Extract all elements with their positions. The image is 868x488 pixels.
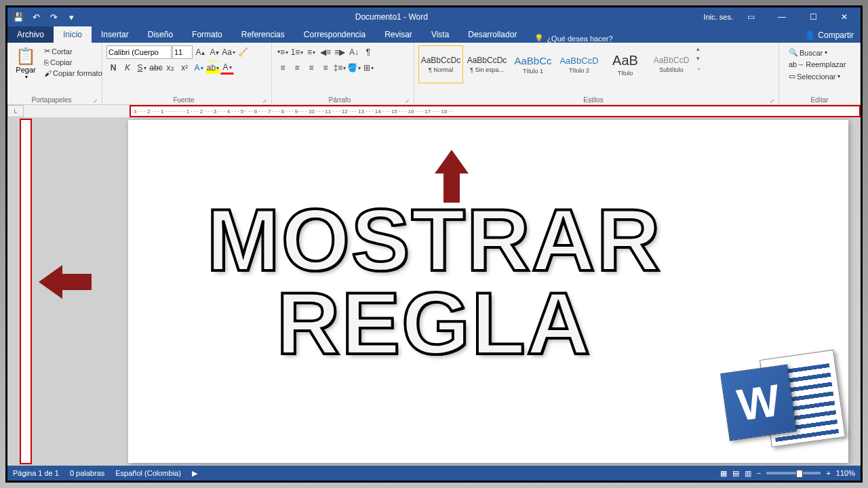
show-marks-icon[interactable]: ¶ xyxy=(361,45,375,59)
close-icon[interactable]: ✕ xyxy=(831,8,858,26)
page-indicator[interactable]: Página 1 de 1 xyxy=(13,469,59,477)
multilevel-icon[interactable]: ≡▾ xyxy=(304,45,318,59)
save-icon[interactable]: 💾 xyxy=(10,9,26,24)
zoom-out-button[interactable]: − xyxy=(757,469,761,477)
style--normal[interactable]: AaBbCcDc¶ Normal xyxy=(418,45,463,83)
format-painter-button[interactable]: 🖌 Copiar formato xyxy=(41,68,105,79)
subscript-icon[interactable]: x₂ xyxy=(163,61,177,75)
change-case-icon[interactable]: Aa▾ xyxy=(222,45,235,59)
tab-correspondencia[interactable]: Correspondencia xyxy=(294,26,375,43)
signin-link[interactable]: Inic. ses. xyxy=(704,13,733,21)
tab-vista[interactable]: Vista xyxy=(422,26,458,43)
font-size-select[interactable] xyxy=(172,45,193,59)
font-name-select[interactable] xyxy=(106,45,172,59)
align-left-icon[interactable]: ≡ xyxy=(276,61,290,75)
read-mode-icon[interactable]: ▦ xyxy=(720,469,727,478)
tab-diseno[interactable]: Diseño xyxy=(138,26,182,43)
select-button[interactable]: ▭ Seleccionar ▾ xyxy=(786,70,849,82)
clear-format-icon[interactable]: 🧹 xyxy=(236,45,250,59)
minimize-icon[interactable]: — xyxy=(768,8,795,26)
style--sin-espa-[interactable]: AaBbCcDc¶ Sin espa... xyxy=(465,45,509,83)
document-title: Documento1 - Word xyxy=(79,12,704,22)
word-window: 💾 ↶ ↷ ▾ Documento1 - Word Inic. ses. ▭ —… xyxy=(5,5,863,483)
macro-icon[interactable]: ▶ xyxy=(192,469,197,478)
styles-more-icon[interactable]: ⌄ xyxy=(696,64,706,71)
tutorial-title: MOSTRAR REGLA xyxy=(206,198,661,365)
word-logo: W xyxy=(718,344,846,461)
styles-down-icon[interactable]: ▾ xyxy=(696,55,706,62)
tab-inicio[interactable]: Inicio xyxy=(54,26,92,43)
ruler-horizontal-area: L 3 · · · 2 · · · 1 · · · · · · · 1 · · … xyxy=(7,105,861,117)
text-effects-icon[interactable]: A▾ xyxy=(192,61,205,75)
decrease-indent-icon[interactable]: ◀≡ xyxy=(319,45,332,59)
tab-selector[interactable]: L xyxy=(7,105,24,117)
group-portapapeles: 📋 Pegar ▾ ✂ Cortar ⎘ Copiar 🖌 Copiar for… xyxy=(7,43,102,104)
share-button[interactable]: 👤 Compartir xyxy=(798,28,861,43)
bullets-icon[interactable]: •≡▾ xyxy=(276,45,290,59)
clipboard-icon: 📋 xyxy=(16,47,36,66)
tell-me-search[interactable]: 💡 ¿Qué desea hacer? xyxy=(526,34,798,43)
numbering-icon[interactable]: 1≡▾ xyxy=(290,45,304,59)
dialog-launcher-icon[interactable]: ⤢ xyxy=(93,98,98,104)
dialog-launcher-icon[interactable]: ⤢ xyxy=(770,98,774,104)
bold-icon[interactable]: N xyxy=(106,61,120,75)
superscript-icon[interactable]: x² xyxy=(178,61,191,75)
print-layout-icon[interactable]: ▤ xyxy=(732,469,739,478)
replace-button[interactable]: ab→ Reemplazar xyxy=(786,59,849,70)
dialog-launcher-icon[interactable]: ⤢ xyxy=(262,98,267,104)
style-t-tulo-1[interactable]: AaBbCcTítulo 1 xyxy=(511,45,555,83)
arrow-left-annotation xyxy=(39,265,93,299)
zoom-in-button[interactable]: + xyxy=(826,469,830,477)
tab-formato[interactable]: Formato xyxy=(182,26,232,43)
tab-insertar[interactable]: Insertar xyxy=(92,26,138,43)
align-center-icon[interactable]: ≡ xyxy=(290,61,304,75)
align-right-icon[interactable]: ≡ xyxy=(304,61,318,75)
shading-icon[interactable]: 🪣▾ xyxy=(347,61,361,75)
highlight-icon[interactable]: ab▾ xyxy=(206,61,220,75)
undo-icon[interactable]: ↶ xyxy=(28,9,44,24)
justify-icon[interactable]: ≡ xyxy=(319,61,332,75)
qat-customize-icon[interactable]: ▾ xyxy=(63,9,79,24)
zoom-slider[interactable] xyxy=(766,472,821,474)
dialog-launcher-icon[interactable]: ⤢ xyxy=(405,98,410,104)
tab-revisar[interactable]: Revisar xyxy=(375,26,422,43)
quick-access-toolbar: 💾 ↶ ↷ ▾ xyxy=(10,9,79,24)
group-editar: 🔍 Buscar ▾ ab→ Reemplazar ▭ Seleccionar … xyxy=(779,43,861,104)
titlebar: 💾 ↶ ↷ ▾ Documento1 - Word Inic. ses. ▭ —… xyxy=(7,7,861,26)
group-estilos: AaBbCcDc¶ NormalAaBbCcDc¶ Sin espa...AaB… xyxy=(414,43,779,104)
strikethrough-icon[interactable]: abc xyxy=(149,61,163,75)
ribbon-display-icon[interactable]: ▭ xyxy=(737,8,764,26)
tab-archivo[interactable]: Archivo xyxy=(7,26,54,43)
paste-button[interactable]: 📋 Pegar ▾ xyxy=(12,45,40,81)
grow-font-icon[interactable]: A▴ xyxy=(193,45,207,59)
sort-icon[interactable]: A↓ xyxy=(347,45,361,59)
statusbar: Página 1 de 1 0 palabras Español (Colomb… xyxy=(7,466,861,481)
style-subt-tulo[interactable]: AaBbCcDSubtítulo xyxy=(649,45,694,83)
underline-icon[interactable]: S▾ xyxy=(135,61,149,75)
web-layout-icon[interactable]: ▥ xyxy=(745,469,751,478)
word-count[interactable]: 0 palabras xyxy=(70,469,104,477)
language-indicator[interactable]: Español (Colombia) xyxy=(115,469,181,477)
cut-button[interactable]: ✂ Cortar xyxy=(41,45,105,57)
font-color-icon[interactable]: A▾ xyxy=(220,61,234,75)
vertical-ruler[interactable] xyxy=(20,119,32,464)
ribbon: 📋 Pegar ▾ ✂ Cortar ⎘ Copiar 🖌 Copiar for… xyxy=(7,43,861,105)
horizontal-ruler[interactable]: 3 · · · 2 · · · 1 · · · · · · · 1 · · · … xyxy=(130,105,861,117)
tab-desarrollador[interactable]: Desarrollador xyxy=(458,26,526,43)
style-t-tulo-2[interactable]: AaBbCcDTítulo 2 xyxy=(557,45,601,83)
copy-button[interactable]: ⎘ Copiar xyxy=(41,57,105,68)
styles-up-icon[interactable]: ▴ xyxy=(696,45,706,52)
redo-icon[interactable]: ↷ xyxy=(45,9,62,24)
zoom-level[interactable]: 110% xyxy=(836,469,855,477)
group-parrafo: •≡▾ 1≡▾ ≡▾ ◀≡ ≡▶ A↓ ¶ ≡ ≡ ≡ ≡ ‡≡▾ 🪣▾ ⊞▾ xyxy=(272,43,414,104)
shrink-font-icon[interactable]: A▾ xyxy=(208,45,221,59)
italic-icon[interactable]: K xyxy=(121,61,134,75)
increase-indent-icon[interactable]: ≡▶ xyxy=(333,45,347,59)
maximize-icon[interactable]: ☐ xyxy=(800,8,827,26)
style-t-tulo[interactable]: AaBTítulo xyxy=(603,45,648,83)
line-spacing-icon[interactable]: ‡≡▾ xyxy=(333,61,347,75)
borders-icon[interactable]: ⊞▾ xyxy=(361,61,375,75)
tab-referencias[interactable]: Referencias xyxy=(232,26,294,43)
group-fuente: A▴ A▾ Aa▾ 🧹 N K S▾ abc x₂ x² A▾ ab▾ A▾ xyxy=(102,43,272,104)
find-button[interactable]: 🔍 Buscar ▾ xyxy=(786,47,849,58)
